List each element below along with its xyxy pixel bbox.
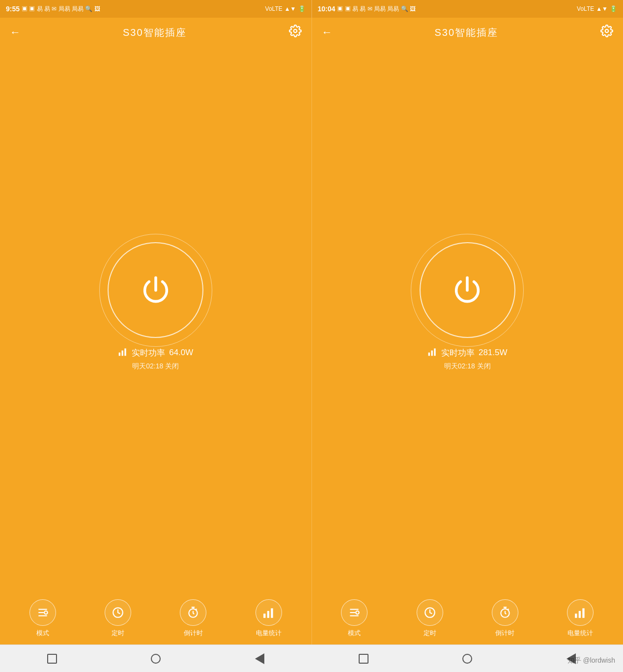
left-panel-title: S30智能插座	[123, 26, 187, 39]
right-countdown-icon	[492, 599, 518, 626]
left-power-button[interactable]	[117, 252, 194, 328]
right-back-button[interactable]: ←	[322, 26, 333, 39]
right-stats-icon	[567, 599, 594, 626]
left-mode-icon	[29, 599, 56, 626]
svg-rect-29	[575, 614, 577, 618]
left-stats-label: 电量统计	[256, 629, 282, 638]
svg-rect-7	[434, 348, 435, 356]
svg-line-16	[196, 609, 197, 610]
svg-point-11	[44, 611, 48, 615]
left-header: ← S30智能插座	[0, 18, 312, 47]
left-back-button[interactable]: ←	[10, 26, 21, 39]
status-icons-left: ▣ ▣ 易 易 ✉ 局易 局易 🔍 🖼	[22, 5, 100, 13]
toolbar-row: 模式 定时 倒计时	[0, 591, 623, 644]
left-power-label: 实时功率	[132, 347, 165, 359]
left-bar-chart-icon	[118, 347, 128, 359]
right-settings-icon[interactable]	[600, 25, 613, 40]
svg-line-28	[508, 609, 509, 610]
left-power-area: 实时功率 64.0W 明天02:18 关闭	[0, 47, 312, 591]
right-header: ← S30智能插座	[312, 18, 623, 47]
left-settings-icon[interactable]	[289, 25, 302, 40]
svg-rect-17	[263, 614, 265, 618]
left-timer-button[interactable]: 定时	[105, 599, 131, 638]
right-timer-button[interactable]: 定时	[417, 599, 443, 638]
svg-point-23	[356, 611, 359, 615]
right-panel-title: S30智能插座	[434, 26, 498, 39]
right-mode-label: 模式	[348, 629, 361, 638]
right-stats-label: 电量统计	[567, 629, 593, 638]
right-mode-icon	[341, 599, 368, 626]
svg-rect-31	[583, 608, 585, 618]
right-timer-icon	[417, 599, 443, 626]
right-home-nav-button[interactable]	[453, 649, 482, 669]
left-panel: ← S30智能插座	[0, 18, 312, 591]
right-toolbar: 模式 定时 倒计时	[312, 591, 623, 644]
right-outer-ring	[411, 234, 524, 347]
right-power-reading: 实时功率 281.5W	[427, 347, 508, 359]
right-power-area: 实时功率 281.5W 明天02:18 关闭	[312, 47, 623, 591]
right-power-button[interactable]	[429, 252, 506, 328]
right-schedule: 明天02:18 关闭	[427, 362, 508, 371]
left-timer-icon	[105, 599, 131, 626]
left-outer-ring	[99, 234, 212, 347]
svg-rect-19	[271, 608, 273, 618]
right-bar-chart-icon	[427, 347, 437, 359]
right-info: 实时功率 281.5W 明天02:18 关闭	[427, 347, 508, 386]
svg-point-0	[293, 29, 297, 33]
left-timer-label: 定时	[112, 629, 124, 638]
svg-rect-18	[267, 611, 269, 618]
svg-rect-1	[119, 352, 120, 356]
left-mode-label: 模式	[36, 629, 49, 638]
status-right-right: VoLTE ▲▼ 🔋	[577, 5, 617, 12]
svg-rect-2	[122, 350, 123, 356]
right-timer-label: 定时	[424, 629, 436, 638]
status-right-left: VoLTE ▲▼ 🔋	[265, 5, 306, 12]
watermark-text: 知乎 @lordwish	[567, 656, 615, 665]
right-stats-button[interactable]: 电量统计	[567, 599, 594, 638]
right-countdown-label: 倒计时	[495, 629, 514, 638]
right-power-label: 实时功率	[441, 347, 475, 359]
svg-point-4	[605, 29, 609, 33]
left-power-value: 64.0W	[169, 348, 193, 358]
left-square-nav-button[interactable]	[37, 649, 67, 669]
right-mode-button[interactable]: 模式	[341, 599, 368, 638]
left-inner-ring	[108, 242, 203, 338]
left-stats-icon	[255, 599, 282, 626]
status-bar-right: 10:04 ▣ ▣ 易 易 ✉ 局易 局易 🔍 🖼 VoLTE ▲▼ 🔋	[312, 0, 623, 18]
left-schedule: 明天02:18 关闭	[118, 362, 193, 371]
svg-rect-6	[431, 350, 432, 356]
svg-rect-30	[579, 611, 581, 618]
left-countdown-icon	[180, 599, 206, 626]
svg-rect-3	[125, 348, 126, 356]
left-info: 实时功率 64.0W 明天02:18 关闭	[118, 347, 193, 386]
svg-rect-5	[428, 352, 430, 356]
right-countdown-button[interactable]: 倒计时	[492, 599, 518, 638]
status-bar-left: 9:55 ▣ ▣ 易 易 ✉ 局易 局易 🔍 🖼 VoLTE ▲▼ 🔋	[0, 0, 312, 18]
left-home-nav-button[interactable]	[141, 649, 170, 669]
right-inner-ring	[420, 242, 515, 338]
right-panel: ← S30智能插座	[312, 18, 623, 591]
left-countdown-button[interactable]: 倒计时	[180, 599, 206, 638]
right-power-value: 281.5W	[479, 348, 508, 358]
status-time-left: 9:55	[6, 5, 20, 13]
status-icons-right: ▣ ▣ 易 易 ✉ 局易 局易 🔍 🖼	[337, 5, 416, 13]
left-toolbar: 模式 定时 倒计时	[0, 591, 312, 644]
left-countdown-label: 倒计时	[184, 629, 203, 638]
left-back-nav-button[interactable]	[245, 649, 274, 669]
left-mode-button[interactable]: 模式	[29, 599, 56, 638]
status-time-right: 10:04	[318, 5, 336, 13]
bottom-navigation: 知乎 @lordwish	[0, 644, 623, 672]
right-square-nav-button[interactable]	[349, 649, 378, 669]
left-power-reading: 实时功率 64.0W	[118, 347, 193, 359]
left-stats-button[interactable]: 电量统计	[255, 599, 282, 638]
